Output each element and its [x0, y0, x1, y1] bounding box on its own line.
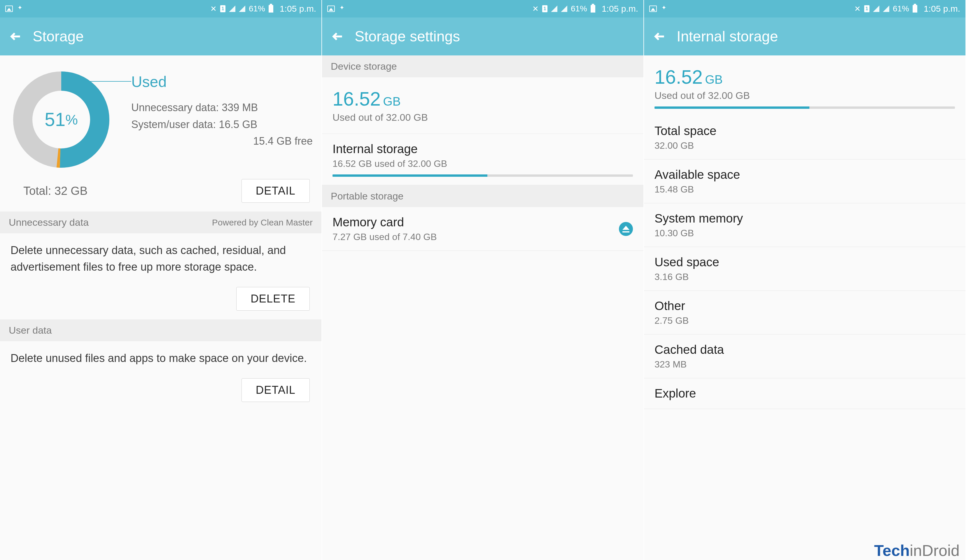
eject-icon[interactable] [619, 222, 633, 236]
donut-percent: 51 [44, 109, 65, 130]
internal-progress [332, 174, 633, 177]
used-gb-value: 16.52 [654, 66, 703, 88]
storage-row-explore[interactable]: Explore [644, 378, 965, 409]
row-title: System memory [654, 212, 955, 225]
battery-icon [591, 5, 595, 13]
wand-icon [17, 5, 24, 12]
row-sub: 32.00 GB [654, 140, 955, 151]
status-bar-3: ✕ 1 61% 1:05 p.m. [644, 0, 965, 18]
storage-summary: 16.52GB Used out of 32.00 GB [322, 77, 643, 134]
status-time: 1:05 p.m. [602, 4, 638, 14]
memory-card-item[interactable]: Memory card 7.27 GB used of 7.40 GB [322, 207, 643, 251]
status-time: 1:05 p.m. [924, 4, 960, 14]
signal-icon-1 [873, 5, 879, 12]
unnecessary-description: Delete unnecessary data, such as cached,… [0, 233, 321, 284]
used-gb-value: 16.52 [332, 88, 381, 110]
donut-percent-suffix: % [65, 112, 78, 128]
section-user-header: User data [0, 319, 321, 341]
row-sub: 3.16 GB [654, 271, 955, 282]
total-text: Total: 32 GB [23, 184, 87, 197]
battery-text: 61% [571, 4, 587, 13]
used-gb-unit: GB [383, 95, 401, 108]
screenshot-icon [5, 5, 13, 12]
storage-row-other[interactable]: Other2.75 GB [644, 291, 965, 335]
used-out-of-text: Used out of 32.00 GB [332, 112, 633, 123]
storage-row-total-space[interactable]: Total space32.00 GB [644, 116, 965, 159]
chart-line-1: Unnecessary data: 339 MB [131, 99, 313, 116]
battery-text: 61% [893, 4, 909, 13]
screenshot-icon [327, 5, 335, 12]
screen-storage-settings: ✕ 1 61% 1:05 p.m. Storage settings Devic… [322, 0, 644, 560]
row-title: Used space [654, 255, 955, 269]
wand-icon [661, 5, 668, 12]
mute-icon: ✕ [532, 4, 539, 13]
signal-icon-1 [229, 5, 235, 12]
row-sub: 10.30 GB [654, 228, 955, 238]
memory-card-sub: 7.27 GB used of 7.40 GB [332, 232, 633, 242]
header-2: Storage settings [322, 18, 643, 56]
chart-line-3: 15.4 GB free [131, 133, 313, 149]
s3-summary: 16.52GB Used out of 32.00 GB [644, 56, 965, 101]
signal-icon-2 [239, 5, 245, 12]
donut-chart: 51% [9, 67, 114, 173]
row-title: Explore [654, 386, 955, 401]
memory-card-title: Memory card [332, 215, 633, 229]
page-title: Internal storage [677, 28, 778, 45]
signal-icon-2 [561, 5, 567, 12]
battery-icon [269, 5, 273, 13]
sim-icon: 1 [864, 5, 869, 12]
powered-by-text: Powered by Clean Master [212, 218, 313, 228]
storage-row-used-space[interactable]: Used space3.16 GB [644, 247, 965, 291]
row-title: Cached data [654, 343, 955, 357]
section-unnecessary-header: Unnecessary data Powered by Clean Master [0, 212, 321, 233]
storage-row-cached-data[interactable]: Cached data323 MB [644, 335, 965, 378]
row-sub: 323 MB [654, 359, 955, 370]
page-title: Storage settings [355, 28, 460, 45]
detail-button-2[interactable]: DETAIL [242, 378, 310, 402]
storage-chart-section: 51% Used Unnecessary data: 339 MB System… [0, 56, 321, 179]
signal-icon-1 [551, 5, 557, 12]
user-data-description: Delete unused files and apps to make spa… [0, 341, 321, 375]
internal-storage-sub: 16.52 GB used of 32.00 GB [332, 158, 633, 169]
used-gb-unit: GB [705, 72, 723, 86]
storage-row-system-memory[interactable]: System memory10.30 GB [644, 203, 965, 247]
row-title: Other [654, 299, 955, 313]
used-label: Used [131, 73, 313, 90]
row-sub: 15.48 GB [654, 184, 955, 195]
back-button[interactable] [331, 30, 345, 43]
used-out-of-text: Used out of 32.00 GB [654, 90, 955, 101]
header-1: Storage [0, 18, 321, 56]
row-sub: 2.75 GB [654, 315, 955, 326]
screen-storage: ✕ 1 61% 1:05 p.m. Storage 51% [0, 0, 322, 560]
row-title: Available space [654, 168, 955, 182]
status-bar-1: ✕ 1 61% 1:05 p.m. [0, 0, 321, 18]
wand-icon [339, 5, 346, 12]
back-button[interactable] [9, 30, 23, 43]
screen-internal-storage: ✕ 1 61% 1:05 p.m. Internal storage 16.52… [644, 0, 966, 560]
back-button[interactable] [653, 30, 667, 43]
mute-icon: ✕ [210, 4, 217, 13]
screenshot-icon [649, 5, 657, 12]
internal-storage-item[interactable]: Internal storage 16.52 GB used of 32.00 … [322, 134, 643, 185]
delete-button[interactable]: DELETE [236, 287, 310, 310]
internal-progress [654, 107, 955, 109]
status-time: 1:05 p.m. [280, 4, 316, 14]
storage-row-available-space[interactable]: Available space15.48 GB [644, 159, 965, 203]
mute-icon: ✕ [854, 4, 861, 13]
device-storage-header: Device storage [322, 56, 643, 77]
sim-icon: 1 [220, 5, 225, 12]
sim-icon: 1 [542, 5, 547, 12]
row-title: Total space [654, 124, 955, 138]
watermark: TechinDroid [874, 541, 959, 559]
header-3: Internal storage [644, 18, 965, 56]
internal-storage-title: Internal storage [332, 142, 633, 156]
detail-button[interactable]: DETAIL [242, 179, 310, 203]
battery-text: 61% [249, 4, 265, 13]
page-title: Storage [33, 28, 84, 45]
battery-icon [913, 5, 917, 13]
status-bar-2: ✕ 1 61% 1:05 p.m. [322, 0, 643, 18]
signal-icon-2 [883, 5, 889, 12]
chart-line-2: System/user data: 16.5 GB [131, 116, 313, 133]
portable-storage-header: Portable storage [322, 185, 643, 207]
